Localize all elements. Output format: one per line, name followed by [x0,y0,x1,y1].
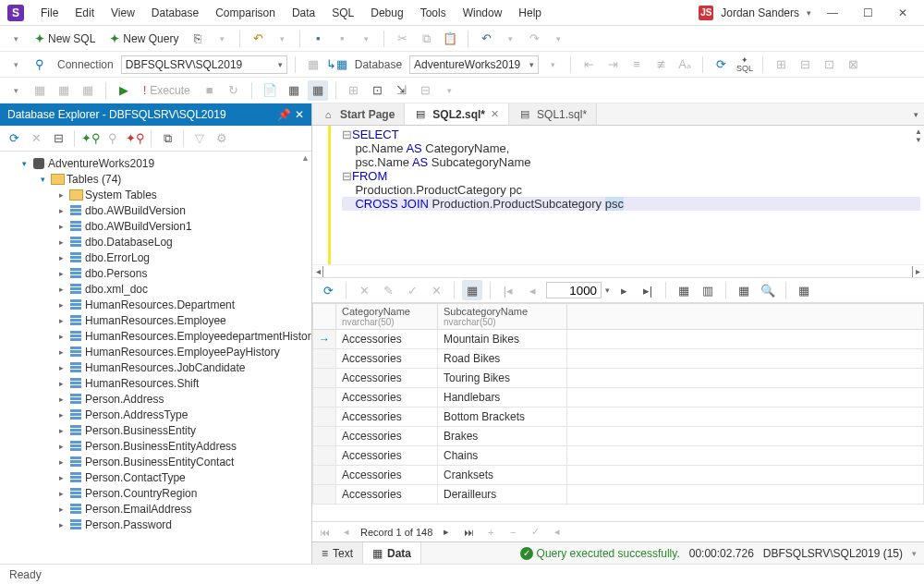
table-node[interactable]: ▸HumanResources.Employee [0,312,311,328]
table-node[interactable]: ▸dbo.AWBuildVersion1 [0,218,311,234]
save-all-icon[interactable]: ▪ [332,29,352,49]
table-node[interactable]: ▸HumanResources.EmployeedepartmentHistor [0,328,311,344]
nav-next-icon[interactable]: ▸ [438,526,455,538]
menu-tools[interactable]: Tools [413,3,454,23]
dropdown-icon[interactable]: ▾ [6,29,26,49]
table-node[interactable]: ▸Person.Address [0,391,311,407]
sql-format-icon[interactable]: ✦SQL [735,55,755,75]
view-grid-icon[interactable]: ▦ [674,280,694,300]
image-icon[interactable]: ⊡ [368,80,388,101]
first-page-icon[interactable]: |◂ [498,280,518,300]
undo-icon[interactable]: ↶ [476,29,496,49]
table-node[interactable]: ▸Person.BusinessEntityAddress [0,438,311,454]
table-node[interactable]: ▸dbo.AWBuildVersion [0,202,311,218]
find-icon[interactable]: 🔍 [758,280,778,300]
tool-icon[interactable]: ⊟ [795,55,815,75]
menu-view[interactable]: View [103,3,142,23]
table-node[interactable]: ▸dbo.DatabaseLog [0,234,311,249]
page-size-input[interactable] [546,282,602,298]
table-node[interactable]: ▸dbo.Persons [0,265,311,281]
dropdown-icon[interactable]: ▾ [356,29,376,49]
object-tree[interactable]: ▲ ▾AdventureWorks2019 ▾Tables (74) ▸Syst… [0,152,311,564]
table-node[interactable]: ▸dbo.ErrorLog [0,249,311,265]
tab-overflow-icon[interactable]: ▾ [908,103,924,125]
new-conn-icon[interactable]: ✦⚲ [80,128,101,149]
table-node[interactable]: ▸Person.EmailAddress [0,501,311,517]
nav-last-icon[interactable]: ⏭ [460,527,477,538]
split-handle-right[interactable]: │▸ [910,266,920,276]
export-icon[interactable]: ⇲ [392,80,412,101]
table-node[interactable]: ▸dbo.xml_doc [0,281,311,297]
scroll-buttons[interactable]: ▲▼ [915,128,922,144]
tool-icon[interactable]: ⊟ [416,80,436,101]
db-icon[interactable]: ▦ [303,55,323,75]
system-tables-node[interactable]: System Tables [85,189,157,201]
db-nav-icon[interactable]: ↳▦ [327,55,347,75]
menu-file[interactable]: File [33,3,66,23]
tab-sql2[interactable]: ▤SQL2.sql*✕ [405,103,509,125]
columns-icon[interactable]: ▦ [734,280,754,300]
grid-view-icon[interactable]: ▦ [284,80,304,101]
filter-icon[interactable]: ▽ [189,128,210,149]
redo-icon[interactable]: ↷ [524,29,544,49]
table-node[interactable]: ▸HumanResources.JobCandidate [0,359,311,375]
new-query-button[interactable]: ✦New Query [104,29,184,49]
status-menu-icon[interactable]: ▾ [912,549,917,558]
table-row[interactable]: AccessoriesDerailleurs [313,485,924,505]
table-row[interactable]: →AccessoriesMountain Bikes [313,330,924,349]
table-node[interactable]: ▸HumanResources.Shift [0,375,311,391]
copy-icon[interactable]: ⧉ [416,29,436,49]
tables-node[interactable]: Tables (74) [67,173,121,186]
table-row[interactable]: AccessoriesBottom Brackets [313,408,924,427]
table-row[interactable]: AccessoriesHandlebars [313,388,924,408]
table-row[interactable]: AccessoriesCranksets [313,466,924,485]
dropdown-icon[interactable]: ▾ [6,55,26,75]
nav-remove-icon[interactable]: − [505,527,521,538]
disconn-icon[interactable]: ✦⚲ [125,128,145,149]
table-node[interactable]: ▸Person.Password [0,517,311,532]
table-node[interactable]: ▸Person.AddressType [0,407,311,422]
table-node[interactable]: ▸Person.CountryRegion [0,485,311,501]
split-handle-left[interactable]: ◂│ [316,266,326,276]
db-tool-icon[interactable]: ▦ [54,80,74,101]
next-page-icon[interactable]: ▸ [614,280,634,300]
tab-text[interactable]: ≡Text [312,542,363,564]
database-combo[interactable]: AdventureWorks2019▾ [409,55,539,74]
table-row[interactable]: AccessoriesRoad Bikes [313,349,924,369]
menu-window[interactable]: Window [456,3,510,23]
tab-sql1[interactable]: ▤SQL1.sql* [509,103,597,125]
table-node[interactable]: ▸HumanResources.EmployeePayHistory [0,344,311,359]
close-button[interactable]: ✕ [889,3,917,23]
grid-mode-icon[interactable]: ▦ [462,280,482,300]
settings-icon[interactable]: ⚙ [212,128,232,149]
collapse-icon[interactable]: ⊟ [48,128,68,149]
results-grid[interactable]: CategoryNamenvarchar(50) SubcategoryName… [312,303,924,521]
menu-debug[interactable]: Debug [363,3,410,23]
db-tool-icon[interactable]: ▦ [30,80,50,101]
table-row[interactable]: AccessoriesChains [313,446,924,466]
save-icon[interactable]: ▪ [308,29,328,49]
user-name[interactable]: Jordan Sanders [721,6,799,19]
nav-first-icon[interactable]: ⏮ [316,527,333,538]
dropdown-icon[interactable]: ▾ [272,29,292,49]
maximize-button[interactable]: ☐ [854,3,881,23]
prev-page-icon[interactable]: ◂ [522,280,542,300]
dropdown-icon[interactable]: ▾ [6,80,26,101]
export-icon[interactable]: ▦ [794,280,814,300]
tab-data[interactable]: ▦Data [363,542,421,564]
dropdown-icon[interactable]: ▾ [440,80,460,101]
dropdown-icon[interactable]: ▾ [500,29,520,49]
edit-icon[interactable]: ✎ [378,280,398,300]
paste-icon[interactable]: 📋 [440,29,460,49]
last-page-icon[interactable]: ▸| [638,280,658,300]
tool-icon[interactable]: 📄 [260,80,280,101]
menu-database[interactable]: Database [144,3,206,23]
dropdown-icon[interactable]: ▾ [548,29,568,49]
close-icon[interactable]: ✕ [491,108,499,120]
open-icon[interactable]: ⎘ [188,29,208,49]
apply-icon[interactable]: ✓ [402,280,422,300]
menu-edit[interactable]: Edit [67,3,102,23]
dropdown-icon[interactable]: ▾ [212,29,232,49]
dropdown-icon[interactable]: ▾ [542,55,563,75]
nav-confirm-icon[interactable]: ✓ [527,526,543,538]
